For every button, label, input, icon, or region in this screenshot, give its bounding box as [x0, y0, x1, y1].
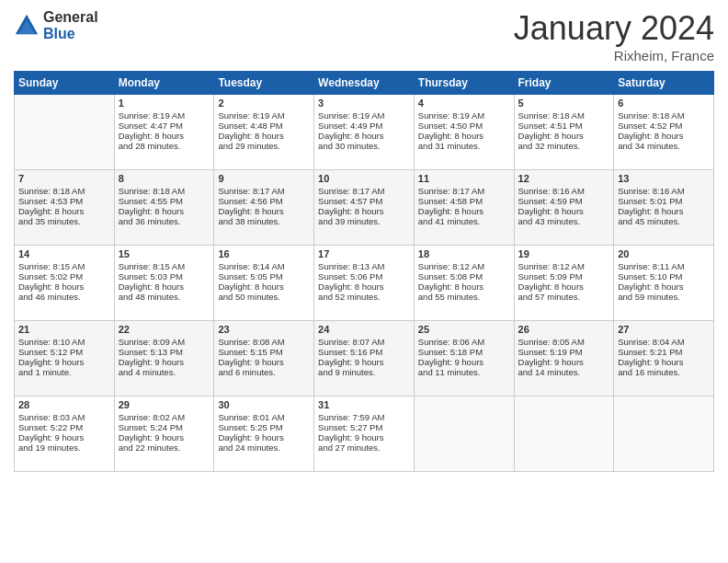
table-cell: 25Sunrise: 8:06 AMSunset: 5:18 PMDayligh…: [414, 321, 514, 396]
cell-text: and 35 minutes.: [18, 216, 110, 226]
cell-text: Daylight: 8 hours: [618, 282, 710, 292]
cell-text: and 46 minutes.: [18, 292, 110, 302]
cell-text: Daylight: 9 hours: [119, 432, 210, 442]
day-number: 19: [518, 248, 610, 259]
cell-text: Daylight: 8 hours: [618, 206, 710, 216]
day-number: 4: [418, 98, 510, 109]
cell-text: and 38 minutes.: [218, 216, 310, 226]
cell-text: Daylight: 8 hours: [318, 131, 410, 141]
day-number: 1: [119, 98, 210, 109]
table-cell: 15Sunrise: 8:15 AMSunset: 5:03 PMDayligh…: [114, 246, 214, 321]
cell-text: Daylight: 8 hours: [119, 131, 210, 141]
table-cell: 24Sunrise: 8:07 AMSunset: 5:16 PMDayligh…: [314, 321, 415, 396]
cell-text: Sunrise: 8:08 AM: [218, 337, 310, 347]
cell-text: Daylight: 8 hours: [218, 282, 310, 292]
day-number: 27: [618, 324, 710, 335]
cell-text: Daylight: 8 hours: [218, 206, 310, 216]
cell-text: Sunrise: 8:06 AM: [418, 337, 510, 347]
calendar-row: 21Sunrise: 8:10 AMSunset: 5:12 PMDayligh…: [15, 321, 714, 396]
table-cell: 13Sunrise: 8:16 AMSunset: 5:01 PMDayligh…: [614, 170, 714, 246]
day-number: 5: [518, 98, 610, 109]
table-cell: [514, 396, 614, 472]
logo-general: General: [43, 9, 98, 26]
cell-text: and 22 minutes.: [119, 442, 210, 453]
cell-text: and 19 minutes.: [18, 442, 110, 453]
logo-icon: [14, 13, 40, 39]
col-tuesday: Tuesday: [214, 72, 314, 95]
table-cell: 9Sunrise: 8:17 AMSunset: 4:56 PMDaylight…: [214, 170, 314, 246]
day-number: 14: [18, 248, 110, 259]
cell-text: Sunset: 4:52 PM: [618, 121, 710, 131]
logo-blue: Blue: [43, 26, 98, 42]
calendar-table: Sunday Monday Tuesday Wednesday Thursday…: [14, 71, 714, 472]
table-cell: 23Sunrise: 8:08 AMSunset: 5:15 PMDayligh…: [214, 321, 314, 396]
cell-text: Sunrise: 8:05 AM: [518, 337, 610, 347]
table-cell: 21Sunrise: 8:10 AMSunset: 5:12 PMDayligh…: [15, 321, 115, 396]
day-number: 20: [618, 248, 710, 259]
day-number: 28: [18, 399, 110, 410]
cell-text: and 34 minutes.: [618, 141, 710, 151]
cell-text: Sunrise: 8:17 AM: [218, 186, 310, 196]
cell-text: and 32 minutes.: [518, 141, 610, 151]
cell-text: Sunset: 5:09 PM: [518, 271, 610, 282]
day-number: 30: [218, 399, 310, 410]
day-number: 3: [318, 98, 410, 109]
day-number: 15: [119, 248, 210, 259]
cell-text: and 16 minutes.: [618, 367, 710, 377]
cell-text: Sunset: 4:57 PM: [318, 196, 410, 206]
cell-text: Sunset: 4:56 PM: [218, 196, 310, 206]
cell-text: Sunset: 4:47 PM: [119, 121, 210, 131]
cell-text: Sunrise: 8:19 AM: [218, 110, 310, 121]
cell-text: Sunrise: 8:16 AM: [518, 186, 610, 196]
cell-text: Daylight: 9 hours: [318, 432, 410, 442]
cell-text: Daylight: 8 hours: [119, 206, 210, 216]
cell-text: and 55 minutes.: [418, 292, 510, 302]
cell-text: and 30 minutes.: [318, 141, 410, 151]
cell-text: Daylight: 9 hours: [518, 357, 610, 367]
cell-text: and 41 minutes.: [418, 216, 510, 226]
day-number: 29: [119, 399, 210, 410]
cell-text: Daylight: 9 hours: [418, 357, 510, 367]
table-cell: 1Sunrise: 8:19 AMSunset: 4:47 PMDaylight…: [114, 95, 214, 170]
header-row: Sunday Monday Tuesday Wednesday Thursday…: [15, 72, 714, 95]
cell-text: Daylight: 8 hours: [218, 131, 310, 141]
cell-text: Daylight: 9 hours: [618, 357, 710, 367]
cell-text: and 50 minutes.: [218, 292, 310, 302]
table-cell: 11Sunrise: 8:17 AMSunset: 4:58 PMDayligh…: [414, 170, 514, 246]
cell-text: Sunrise: 8:02 AM: [119, 412, 210, 422]
cell-text: Daylight: 9 hours: [18, 357, 110, 367]
cell-text: Sunset: 5:16 PM: [318, 347, 410, 357]
table-cell: 19Sunrise: 8:12 AMSunset: 5:09 PMDayligh…: [514, 246, 614, 321]
cell-text: Sunset: 4:53 PM: [18, 196, 110, 206]
cell-text: Daylight: 9 hours: [218, 357, 310, 367]
day-number: 12: [518, 173, 610, 184]
table-cell: 31Sunrise: 7:59 AMSunset: 5:27 PMDayligh…: [314, 396, 415, 472]
table-cell: 7Sunrise: 8:18 AMSunset: 4:53 PMDaylight…: [15, 170, 115, 246]
month-title: January 2024: [514, 9, 714, 48]
cell-text: Sunset: 5:21 PM: [618, 347, 710, 357]
cell-text: and 57 minutes.: [518, 292, 610, 302]
cell-text: Daylight: 8 hours: [418, 282, 510, 292]
cell-text: and 9 minutes.: [318, 367, 410, 377]
cell-text: Daylight: 8 hours: [119, 282, 210, 292]
cell-text: Sunset: 4:58 PM: [418, 196, 510, 206]
calendar-row: 7Sunrise: 8:18 AMSunset: 4:53 PMDaylight…: [15, 170, 714, 246]
cell-text: and 29 minutes.: [218, 141, 310, 151]
day-number: 17: [318, 248, 410, 259]
table-cell: 16Sunrise: 8:14 AMSunset: 5:05 PMDayligh…: [214, 246, 314, 321]
cell-text: Sunset: 5:13 PM: [119, 347, 210, 357]
cell-text: Daylight: 8 hours: [518, 206, 610, 216]
cell-text: Daylight: 8 hours: [418, 206, 510, 216]
cell-text: Sunrise: 8:04 AM: [618, 337, 710, 347]
cell-text: Daylight: 8 hours: [518, 131, 610, 141]
cell-text: Sunset: 5:18 PM: [418, 347, 510, 357]
cell-text: Sunrise: 8:11 AM: [618, 261, 710, 271]
day-number: 25: [418, 324, 510, 335]
col-friday: Friday: [514, 72, 614, 95]
day-number: 31: [318, 399, 410, 410]
table-cell: 20Sunrise: 8:11 AMSunset: 5:10 PMDayligh…: [614, 246, 714, 321]
cell-text: and 4 minutes.: [119, 367, 210, 377]
table-cell: 26Sunrise: 8:05 AMSunset: 5:19 PMDayligh…: [514, 321, 614, 396]
cell-text: Sunset: 4:59 PM: [518, 196, 610, 206]
header: General Blue January 2024 Rixheim, Franc…: [14, 9, 714, 63]
